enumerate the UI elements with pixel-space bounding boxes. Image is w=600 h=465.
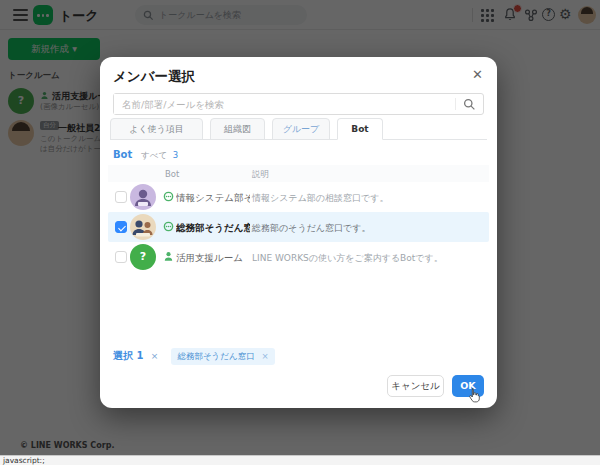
bot-avatar-question: ? xyxy=(130,244,156,270)
mouse-cursor-hand-icon xyxy=(466,387,482,404)
filter-count: 3 xyxy=(173,150,178,160)
tab-bot-active[interactable]: Bot xyxy=(337,118,383,140)
table-row[interactable]: 情報システム部そうだ... 情報システム部の相談窓口です。 xyxy=(108,182,489,212)
browser-status-bar: javascript:; xyxy=(0,455,600,465)
row-checkbox-checked[interactable] xyxy=(115,221,127,233)
search-icon[interactable] xyxy=(463,98,476,111)
row-checkbox[interactable] xyxy=(115,191,127,203)
bot-description: 総務部のそうだん窓口です。 xyxy=(252,222,370,235)
tab-frequent[interactable]: よく使う項目 xyxy=(110,118,203,140)
table-row-selected[interactable]: 総務部そうだん窓口 総務部のそうだん窓口です。 xyxy=(108,212,489,242)
selection-count-label: 選択 1 xyxy=(113,350,143,361)
member-search xyxy=(113,93,484,115)
tab-underline xyxy=(110,139,487,140)
filter-all-option[interactable]: すべて xyxy=(141,150,167,160)
row-checkbox[interactable] xyxy=(115,251,127,263)
selected-chip[interactable]: 総務部そうだん窓口 × xyxy=(171,348,274,365)
bot-person-icon xyxy=(163,251,174,262)
bot-avatar xyxy=(130,184,156,210)
bot-filter-row: Bot すべて 3 xyxy=(113,149,178,162)
column-header-bot: Bot xyxy=(165,169,179,179)
people-illustration xyxy=(130,214,156,240)
column-header-desc: 説明 xyxy=(252,169,269,181)
close-icon[interactable]: ✕ xyxy=(470,65,485,84)
search-divider xyxy=(455,98,456,110)
member-search-input[interactable] xyxy=(114,94,452,114)
bot-name: 総務部そうだん窓口 xyxy=(176,222,250,235)
cancel-button[interactable]: キャンセル xyxy=(387,375,444,397)
table-header: Bot 説明 xyxy=(108,165,489,182)
person-illustration xyxy=(130,184,156,210)
bot-avatar xyxy=(130,214,156,240)
bot-badge-icon xyxy=(163,221,174,232)
tab-orgchart[interactable]: 組織図 xyxy=(210,118,265,140)
app-screen: トーク ? ⚙ xyxy=(0,0,600,465)
bot-name: 活用支援ルーム xyxy=(176,252,243,265)
bot-badge-icon xyxy=(163,191,174,202)
table-row[interactable]: ? 活用支援ルーム LINE WORKSの使い方をご案内するBotです。 xyxy=(108,242,489,272)
tab-group[interactable]: グループ xyxy=(272,118,330,140)
bot-description: 情報システム部の相談窓口です。 xyxy=(252,192,388,205)
selection-clear-icon[interactable]: × xyxy=(151,351,159,361)
filter-category-label: Bot xyxy=(113,149,132,160)
bot-description: LINE WORKSの使い方をご案内するBotです。 xyxy=(252,252,443,265)
bot-name: 情報システム部そうだ... xyxy=(176,192,250,205)
selection-summary: 選択 1 × 総務部そうだん窓口 × xyxy=(113,348,275,365)
member-select-modal: メンバー選択 ✕ よく使う項目 組織図 グループ Bot Bot すべて 3 B… xyxy=(100,57,497,408)
modal-title: メンバー選択 xyxy=(113,68,195,86)
chip-label: 総務部そうだん窓口 xyxy=(177,351,254,361)
chip-remove-icon[interactable]: × xyxy=(261,351,268,361)
